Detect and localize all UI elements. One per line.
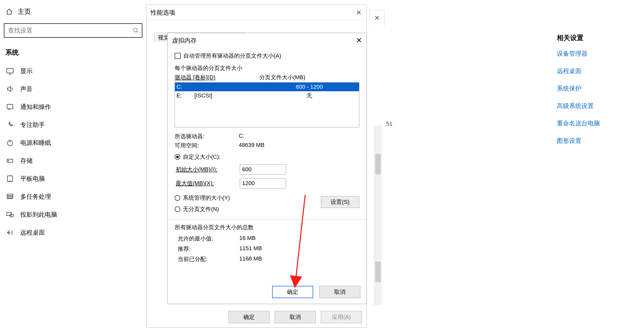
perf-cancel-button[interactable]: 取消: [275, 311, 316, 323]
storage-icon: [5, 156, 15, 165]
rec-value: 1151 MB: [239, 245, 262, 253]
project-icon: [5, 210, 15, 219]
initial-size-label: 初始大小(MB)(I):: [176, 166, 237, 173]
drive-letter: E:: [176, 92, 194, 99]
nav-project[interactable]: 投影到此电脑: [4, 206, 142, 224]
auto-manage-checkbox-row[interactable]: 自动管理所有驱动器的分页文件大小(A): [175, 51, 359, 63]
nav-power[interactable]: 电源和睡眠: [4, 134, 142, 152]
min-label: 允许的最小值:: [178, 235, 239, 243]
svg-rect-2: [7, 104, 13, 109]
nav-list: 显示 声音 通知和操作 专注助手 电源和睡眠 存储 平板电脑 多任务处理: [4, 62, 142, 242]
selected-drive-block: 所选驱动器:C: 可用空间:48639 MB: [175, 133, 359, 149]
no-paging-radio[interactable]: 无分页文件(N): [175, 205, 230, 213]
max-size-input[interactable]: [240, 178, 286, 188]
auto-manage-label: 自动管理所有驱动器的分页文件大小(A): [183, 52, 281, 60]
custom-size-radio[interactable]: 自定义大小(C):: [175, 153, 359, 161]
nav-label: 投影到此电脑: [20, 210, 57, 219]
checkbox-icon[interactable]: [175, 53, 181, 59]
col-size: 分页文件大小(MB): [259, 74, 359, 81]
virtual-memory-dialog: 虚拟内存 ✕ 自动管理所有驱动器的分页文件大小(A) 每个驱动器的分页文件大小 …: [167, 33, 367, 304]
vm-ok-button[interactable]: 确定: [272, 286, 313, 298]
each-drive-label: 每个驱动器的分页文件大小: [175, 64, 359, 72]
svg-rect-1: [7, 68, 13, 73]
svg-rect-8: [7, 196, 13, 198]
ip-fragment: .51: [385, 120, 393, 127]
perf-title-text: 性能选项: [151, 8, 175, 17]
scrollbar-stub[interactable]: [374, 126, 382, 305]
free-space-label: 可用空间:: [175, 142, 239, 149]
min-value: 16 MB: [239, 235, 256, 243]
perf-apply-button[interactable]: 应用(A): [321, 311, 362, 323]
system-managed-radio[interactable]: 系统管理的大小(Y): [175, 194, 230, 202]
vm-cancel-button[interactable]: 取消: [319, 286, 360, 298]
selected-drive-label: 所选驱动器:: [175, 133, 239, 140]
radio-icon[interactable]: [175, 154, 180, 160]
radio-icon[interactable]: [175, 206, 180, 212]
vm-titlebar[interactable]: 虚拟内存 ✕: [167, 33, 366, 48]
nav-notifications[interactable]: 通知和操作: [4, 98, 142, 116]
nav-label: 平板电脑: [20, 175, 45, 183]
nav-focus[interactable]: 专注助手: [4, 116, 142, 134]
initial-size-input[interactable]: [240, 164, 286, 175]
system-managed-label: 系统管理的大小(Y): [183, 194, 230, 202]
remote-icon: [5, 228, 15, 237]
nav-label: 存储: [20, 157, 33, 165]
drive-list[interactable]: C: 600 - 1200 E: [ISCSI] 无: [175, 82, 359, 127]
drive-letter: C:: [176, 84, 194, 90]
perf-ok-button[interactable]: 确定: [229, 311, 270, 323]
close-icon[interactable]: ✕: [354, 7, 364, 18]
nav-storage[interactable]: 存储: [4, 152, 142, 170]
perf-button-row: 确定 取消 应用(A): [229, 311, 362, 323]
system-window-close[interactable]: ✕: [369, 10, 385, 26]
link-device-manager[interactable]: 设备管理器: [557, 49, 629, 58]
section-title: 系统: [4, 45, 142, 62]
related-settings: 相关设置 设备管理器 远程桌面 系统保护 高级系统设置 重命名这台电脑 图形设置: [557, 33, 629, 154]
moon-icon: [5, 120, 15, 129]
link-remote-desktop[interactable]: 远程桌面: [557, 67, 629, 75]
search-input[interactable]: [4, 23, 142, 38]
radio-icon[interactable]: [175, 195, 180, 201]
close-icon[interactable]: ✕: [354, 35, 364, 45]
multitask-icon: [5, 192, 15, 201]
nav-tablet[interactable]: 平板电脑: [4, 170, 142, 188]
notification-icon: [5, 102, 15, 112]
home-nav[interactable]: 主页: [4, 5, 142, 21]
nav-remote[interactable]: 远程桌面: [4, 224, 142, 242]
scroll-thumb[interactable]: [375, 261, 381, 282]
set-button[interactable]: 设置(S): [321, 196, 359, 208]
nav-label: 显示: [20, 67, 33, 75]
nav-multitask[interactable]: 多任务处理: [4, 188, 142, 206]
settings-sidebar: 主页 系统 显示 声音 通知和操作 专注助手 电源和睡眠 存储: [0, 0, 146, 332]
vm-body: 自动管理所有驱动器的分页文件大小(A) 每个驱动器的分页文件大小 驱动器 [卷标…: [167, 48, 366, 263]
power-icon: [5, 138, 15, 147]
link-graphics-settings[interactable]: 图形设置: [557, 137, 629, 145]
custom-size-label: 自定义大小(C):: [183, 153, 221, 161]
nav-label: 电源和睡眠: [20, 139, 51, 147]
search-icon: [133, 27, 139, 34]
related-heading: 相关设置: [557, 33, 629, 42]
nav-display[interactable]: 显示: [4, 62, 142, 80]
svg-rect-7: [7, 194, 13, 196]
perf-titlebar[interactable]: 性能选项 ✕: [146, 5, 366, 20]
cur-label: 当前已分配:: [178, 255, 239, 263]
nav-label: 多任务处理: [20, 193, 51, 201]
cur-value: 1168 MB: [239, 255, 262, 263]
link-rename-pc[interactable]: 重命名这台电脑: [557, 119, 629, 127]
link-advanced-system[interactable]: 高级系统设置: [557, 102, 629, 110]
tablet-icon: [5, 174, 15, 183]
drive-row-c[interactable]: C: 600 - 1200: [175, 83, 359, 91]
totals-heading: 所有驱动器分页文件大小的总数: [175, 224, 359, 231]
svg-point-5: [8, 160, 9, 161]
link-system-protection[interactable]: 系统保护: [557, 84, 629, 93]
nav-label: 专注助手: [20, 121, 45, 129]
scroll-thumb[interactable]: [375, 154, 381, 174]
rec-label: 推荐:: [178, 245, 239, 253]
vm-title-text: 虚拟内存: [172, 36, 197, 45]
search-wrap: [4, 23, 142, 38]
display-icon: [5, 66, 15, 76]
nav-label: 通知和操作: [20, 103, 51, 111]
drive-row-e[interactable]: E: [ISCSI] 无: [175, 91, 359, 100]
sound-icon: [5, 84, 15, 94]
drive-size: 无: [261, 92, 358, 99]
nav-sound[interactable]: 声音: [4, 80, 142, 98]
